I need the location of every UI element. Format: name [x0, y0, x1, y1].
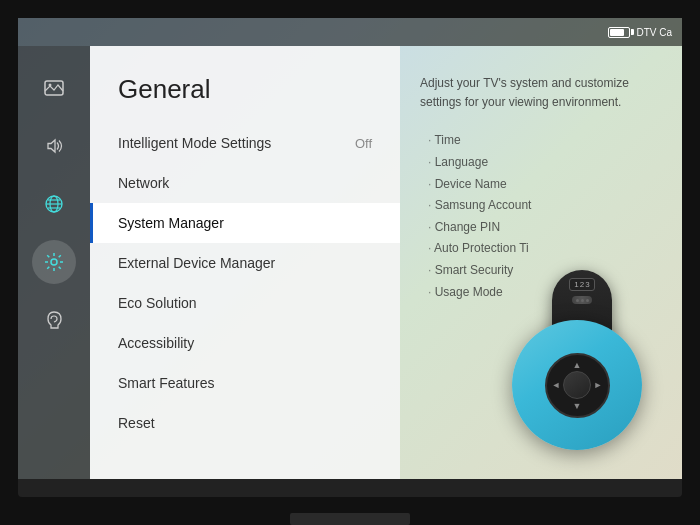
- menu-item-label: Intelligent Mode Settings: [118, 135, 271, 151]
- remote-center-button[interactable]: [563, 371, 591, 399]
- menu-item-intelligent-mode[interactable]: Intelligent Mode Settings Off: [90, 123, 400, 163]
- support-icon: [42, 308, 66, 332]
- menu-item-label: External Device Manager: [118, 255, 275, 271]
- remote-right-arrow: ►: [594, 380, 603, 390]
- menu-item-system-manager[interactable]: System Manager: [90, 203, 400, 243]
- menu-item-label: Reset: [118, 415, 155, 431]
- settings-title: General: [90, 74, 400, 123]
- tv-bottom-bar: [18, 479, 682, 497]
- info-list-item: Auto Protection Ti: [420, 238, 662, 260]
- sidebar-item-support[interactable]: [32, 298, 76, 342]
- tv-screen: DTV Ca: [18, 18, 682, 480]
- menu-item-label: Network: [118, 175, 169, 191]
- network-icon: [42, 192, 66, 216]
- battery-icon: [608, 27, 630, 38]
- tv-stand: [290, 513, 410, 525]
- sidebar: [18, 46, 90, 480]
- tv-frame: DTV Ca: [0, 0, 700, 525]
- svg-point-1: [49, 84, 52, 87]
- menu-item-value: Off: [355, 136, 372, 151]
- menu-item-accessibility[interactable]: Accessibility: [90, 323, 400, 363]
- info-list-item: Samsung Account: [420, 195, 662, 217]
- picture-icon: [42, 76, 66, 100]
- info-list-item: Language: [420, 152, 662, 174]
- remote-down-arrow: ▼: [573, 401, 582, 411]
- menu-item-label: Accessibility: [118, 335, 194, 351]
- menu-item-label: System Manager: [118, 215, 224, 231]
- menu-item-smart-features[interactable]: Smart Features: [90, 363, 400, 403]
- info-list-item: Device Name: [420, 174, 662, 196]
- general-icon: [42, 250, 66, 274]
- info-description: Adjust your TV's system and customize se…: [420, 74, 662, 112]
- menu-item-label: Smart Features: [118, 375, 214, 391]
- menu-item-network[interactable]: Network: [90, 163, 400, 203]
- info-list-item: Change PIN: [420, 217, 662, 239]
- sidebar-item-general[interactable]: [32, 240, 76, 284]
- remote-left-arrow: ◄: [552, 380, 561, 390]
- top-bar: DTV Ca: [18, 18, 682, 46]
- remote-container: 123 ▲ ▼ ◄ ►: [512, 270, 652, 450]
- remote-number-display-wrapper: 123: [552, 278, 612, 291]
- remote-dpad[interactable]: ▲ ▼ ◄ ►: [545, 353, 610, 418]
- menu-item-external-device[interactable]: External Device Manager: [90, 243, 400, 283]
- menu-item-eco-solution[interactable]: Eco Solution: [90, 283, 400, 323]
- info-list-item: Time: [420, 130, 662, 152]
- remote-mic: [572, 296, 592, 304]
- sidebar-item-picture[interactable]: [32, 66, 76, 110]
- sidebar-item-sound[interactable]: [32, 124, 76, 168]
- channel-label: DTV Ca: [636, 27, 672, 38]
- remote-up-arrow: ▲: [573, 360, 582, 370]
- remote-number-display: 123: [569, 278, 594, 291]
- menu-item-reset[interactable]: Reset: [90, 403, 400, 443]
- sidebar-item-network[interactable]: [32, 182, 76, 226]
- settings-panel: General Intelligent Mode Settings Off Ne…: [90, 46, 400, 480]
- remote-circle: ▲ ▼ ◄ ►: [512, 320, 642, 450]
- svg-point-7: [51, 259, 57, 265]
- sound-icon: [42, 134, 66, 158]
- menu-item-label: Eco Solution: [118, 295, 197, 311]
